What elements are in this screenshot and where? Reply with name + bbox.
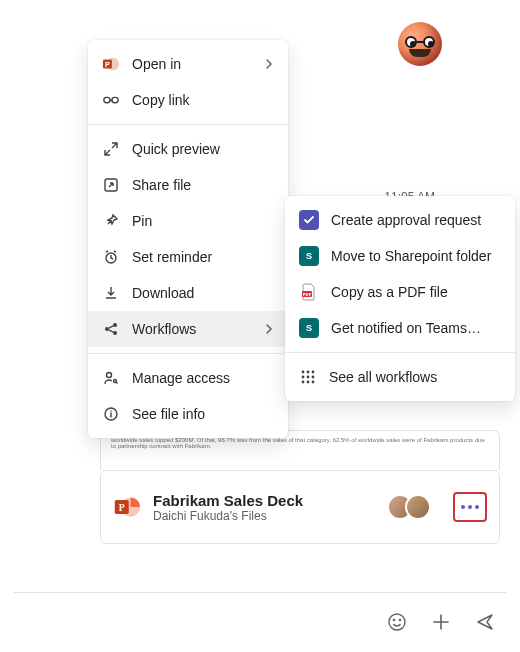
svg-rect-7 — [112, 97, 118, 102]
menu-label: Share file — [132, 177, 191, 193]
menu-share-file[interactable]: Share file — [88, 167, 288, 203]
svg-rect-6 — [104, 97, 110, 102]
share-nodes-icon — [102, 320, 120, 338]
menu-label: Download — [132, 285, 194, 301]
menu-label: Create approval request — [331, 212, 481, 228]
sharepoint-app-icon: S — [299, 318, 319, 338]
svg-point-22 — [312, 371, 315, 374]
chat-area: 11:05 AM worldwide sales topped $200M. O… — [0, 0, 520, 652]
menu-label: Set reminder — [132, 249, 212, 265]
workflow-create-approval[interactable]: Create approval request — [285, 202, 515, 238]
menu-label: Manage access — [132, 370, 230, 386]
menu-label: Open in — [132, 56, 181, 72]
svg-text:S: S — [306, 323, 312, 333]
svg-point-26 — [302, 381, 305, 384]
menu-copy-link[interactable]: Copy link — [88, 82, 288, 118]
workflow-copy-pdf[interactable]: PDF Copy as a PDF file — [285, 274, 515, 310]
info-icon — [102, 405, 120, 423]
file-attachment-card[interactable]: P Fabrikam Sales Deck Daichi Fukuda's Fi… — [100, 470, 500, 544]
send-button[interactable] — [474, 611, 496, 633]
menu-separator — [88, 124, 288, 125]
file-location: Daichi Fukuda's Files — [153, 509, 375, 523]
svg-point-27 — [307, 381, 310, 384]
menu-manage-access[interactable]: Manage access — [88, 360, 288, 396]
menu-label: Copy as a PDF file — [331, 284, 448, 300]
svg-point-23 — [302, 376, 305, 379]
workflow-move-sharepoint[interactable]: S Move to Sharepoint folder — [285, 238, 515, 274]
sender-avatar[interactable] — [398, 22, 442, 66]
svg-point-21 — [307, 371, 310, 374]
download-icon — [102, 284, 120, 302]
menu-separator — [285, 352, 515, 353]
svg-point-24 — [307, 376, 310, 379]
svg-point-28 — [312, 381, 315, 384]
svg-point-13 — [107, 373, 112, 378]
workflow-get-notified-teams[interactable]: S Get notified on Teams… — [285, 310, 515, 346]
svg-point-25 — [312, 376, 315, 379]
attach-button[interactable] — [430, 611, 452, 633]
approvals-app-icon — [299, 210, 319, 230]
menu-label: See all workflows — [329, 369, 437, 385]
menu-pin[interactable]: Pin — [88, 203, 288, 239]
menu-label: See file info — [132, 406, 205, 422]
svg-point-30 — [393, 619, 394, 620]
sharepoint-app-icon: S — [299, 246, 319, 266]
svg-text:S: S — [306, 251, 312, 261]
powerpoint-icon: P — [113, 493, 141, 521]
menu-quick-preview[interactable]: Quick preview — [88, 131, 288, 167]
svg-text:PDF: PDF — [303, 292, 312, 297]
menu-download[interactable]: Download — [88, 275, 288, 311]
menu-set-reminder[interactable]: Set reminder — [88, 239, 288, 275]
menu-workflows[interactable]: Workflows — [88, 311, 288, 347]
pdf-icon: PDF — [299, 282, 319, 302]
menu-label: Quick preview — [132, 141, 220, 157]
pin-icon — [102, 212, 120, 230]
menu-label: Pin — [132, 213, 152, 229]
apps-grid-icon — [299, 368, 317, 386]
file-info: Fabrikam Sales Deck Daichi Fukuda's File… — [153, 492, 375, 523]
workflow-see-all[interactable]: See all workflows — [285, 359, 515, 395]
menu-open-in[interactable]: P Open in — [88, 46, 288, 82]
person-key-icon — [102, 369, 120, 387]
compose-bar — [14, 592, 506, 638]
menu-label: Get notified on Teams… — [331, 320, 481, 336]
svg-point-11 — [113, 323, 117, 327]
file-title: Fabrikam Sales Deck — [153, 492, 375, 509]
menu-separator — [88, 353, 288, 354]
collaborator-avatars[interactable] — [387, 494, 431, 520]
svg-point-12 — [113, 331, 117, 335]
chevron-right-icon — [264, 324, 274, 334]
file-context-menu: P Open in Copy link Quick pre — [88, 40, 288, 438]
link-icon — [102, 91, 120, 109]
svg-text:P: P — [105, 60, 110, 69]
workflows-submenu: Create approval request S Move to Sharep… — [285, 196, 515, 401]
menu-label: Move to Sharepoint folder — [331, 248, 491, 264]
powerpoint-icon: P — [102, 55, 120, 73]
share-arrow-icon — [102, 176, 120, 194]
file-more-actions-button[interactable] — [453, 492, 487, 522]
svg-point-31 — [399, 619, 400, 620]
svg-point-10 — [105, 327, 109, 331]
emoji-button[interactable] — [386, 611, 408, 633]
svg-point-20 — [302, 371, 305, 374]
svg-text:P: P — [119, 502, 125, 513]
chevron-right-icon — [264, 59, 274, 69]
menu-label: Copy link — [132, 92, 190, 108]
expand-icon — [102, 140, 120, 158]
menu-label: Workflows — [132, 321, 196, 337]
svg-point-29 — [389, 614, 405, 630]
menu-see-file-info[interactable]: See file info — [88, 396, 288, 432]
alarm-icon — [102, 248, 120, 266]
